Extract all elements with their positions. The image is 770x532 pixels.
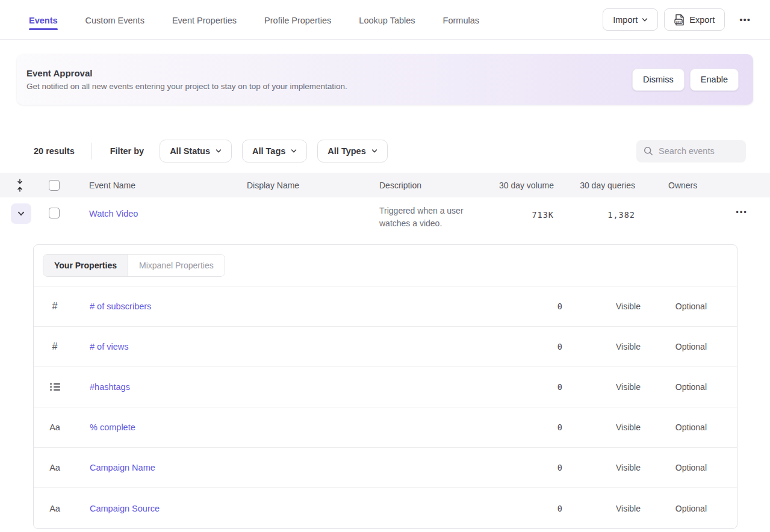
list-icon [50,383,60,391]
chevron-down-icon [642,17,648,23]
tab-profile-properties[interactable]: Profile Properties [264,2,331,37]
property-row: # # of views 0 Visible Optional [34,327,737,367]
properties-tab-bar: Your Properties Mixpanel Properties [34,245,737,286]
tab-lookup-tables[interactable]: Lookup Tables [359,2,415,37]
filter-by-label: Filter by [110,146,144,156]
enable-button[interactable]: Enable [690,69,739,91]
row-menu-button[interactable]: ••• [736,208,748,217]
event-name-link[interactable]: Watch Video [69,209,223,218]
property-row: Aa % complete 0 Visible Optional [34,407,737,448]
banner-text: Event Approval Get notified on all new e… [26,68,632,91]
table-header: Event Name Display Name Description 30 d… [0,173,770,197]
property-requirement: Optional [641,504,707,513]
tab-your-properties[interactable]: Your Properties [43,255,128,276]
text-icon: Aa [49,504,60,513]
tab-events[interactable]: Events [29,2,58,37]
property-volume: 0 [496,382,562,392]
results-count: 20 results [34,146,75,156]
search-box [636,140,746,162]
column-header-volume[interactable]: 30 day volume [470,181,554,190]
dismiss-button[interactable]: Dismiss [632,69,685,91]
property-name-link[interactable]: Campaign Source [76,504,496,513]
property-row: Aa Campaign Source 0 Visible Optional [34,488,737,528]
types-filter-label: All Types [328,146,365,156]
event-volume: 713K [470,210,554,220]
row-checkbox[interactable] [49,208,60,218]
property-row: #hashtags 0 Visible Optional [34,367,737,407]
column-header-description[interactable]: Description [355,181,470,190]
properties-panel: Your Properties Mixpanel Properties # # … [33,244,737,529]
svg-text:csv: csv [676,19,682,23]
top-nav: Events Custom Events Event Properties Pr… [0,0,770,40]
table-row: Watch Video Triggered when a user watche… [0,197,770,235]
text-icon: Aa [49,463,60,472]
property-volume: 0 [496,302,562,311]
properties-segmented-control: Your Properties Mixpanel Properties [43,254,225,277]
property-name-link[interactable]: #hashtags [76,382,496,392]
property-name-link[interactable]: # of views [76,342,496,351]
import-button-label: Import [613,15,638,25]
export-button[interactable]: csv Export [664,8,725,31]
property-name-link[interactable]: % complete [76,422,496,432]
column-header-event-name[interactable]: Event Name [69,181,223,190]
search-input[interactable] [659,146,737,156]
collapse-all-icon[interactable] [16,179,24,192]
property-visibility: Visible [562,422,641,432]
search-icon [644,146,653,156]
property-row: Aa Campaign Name 0 Visible Optional [34,448,737,488]
export-button-label: Export [689,15,715,25]
property-volume: 0 [496,342,562,351]
property-visibility: Visible [562,382,641,392]
banner-title: Event Approval [26,68,632,78]
property-requirement: Optional [641,422,707,432]
event-description: Triggered when a user watches a video. [355,205,467,230]
tab-custom-events[interactable]: Custom Events [85,2,144,37]
number-icon: # [52,301,58,312]
chevron-down-icon [216,148,222,154]
import-button[interactable]: Import [603,8,658,31]
tags-filter-label: All Tags [252,146,285,156]
property-requirement: Optional [641,463,707,472]
property-volume: 0 [496,463,562,472]
property-requirement: Optional [641,302,707,311]
property-visibility: Visible [562,302,641,311]
column-header-queries[interactable]: 30 day queries [554,181,635,190]
event-queries: 1,382 [554,210,635,220]
property-volume: 0 [496,422,562,432]
property-name-link[interactable]: Campaign Name [76,463,496,472]
status-filter-label: All Status [170,146,210,156]
column-header-display-name[interactable]: Display Name [223,181,355,190]
types-filter-dropdown[interactable]: All Types [317,140,387,162]
banner-actions: Dismiss Enable [632,69,739,91]
nav-tabs: Events Custom Events Event Properties Pr… [29,2,603,37]
property-name-link[interactable]: # of subscribers [76,302,496,311]
divider [92,143,92,159]
property-visibility: Visible [562,504,641,513]
filter-row: 20 results Filter by All Status All Tags… [34,140,758,162]
chevron-down-icon [371,148,377,154]
chevron-down-icon [17,210,25,217]
status-filter-dropdown[interactable]: All Status [160,140,232,162]
tab-event-properties[interactable]: Event Properties [172,2,237,37]
csv-file-icon: csv [674,14,685,26]
number-icon: # [52,341,58,352]
property-visibility: Visible [562,342,641,351]
chevron-down-icon [291,148,297,154]
property-row: # # of subscribers 0 Visible Optional [34,286,737,327]
property-requirement: Optional [641,382,707,392]
nav-actions: Import csv Export ••• [603,8,756,31]
property-visibility: Visible [562,463,641,472]
property-requirement: Optional [641,342,707,351]
tab-formulas[interactable]: Formulas [443,2,479,37]
text-icon: Aa [49,422,60,432]
nav-more-button[interactable]: ••• [734,11,756,28]
collapse-row-button[interactable] [11,203,31,224]
banner-subtitle: Get notified on all new events entering … [26,82,632,91]
select-all-checkbox[interactable] [49,180,60,191]
column-header-owners[interactable]: Owners [635,181,713,190]
tab-mixpanel-properties[interactable]: Mixpanel Properties [128,255,225,276]
event-approval-banner: Event Approval Get notified on all new e… [17,54,753,105]
property-volume: 0 [496,504,562,513]
tags-filter-dropdown[interactable]: All Tags [242,140,307,162]
